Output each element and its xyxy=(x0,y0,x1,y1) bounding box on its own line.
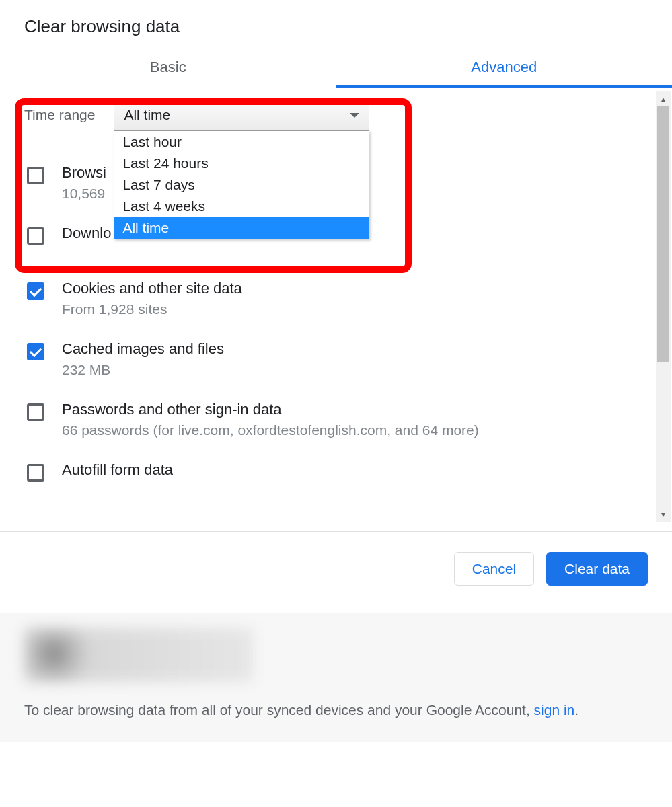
scroll-track[interactable] xyxy=(656,106,671,507)
item-text: Autofill form data 2 addresses, 892 othe… xyxy=(62,461,286,484)
time-range-option-last-24-hours[interactable]: Last 24 hours xyxy=(114,153,369,174)
cancel-button[interactable]: Cancel xyxy=(454,552,534,586)
checkbox-cookies[interactable] xyxy=(27,282,44,300)
dialog-title: Clear browsing data xyxy=(0,0,672,49)
checkbox-autofill[interactable] xyxy=(27,464,44,482)
clear-data-button[interactable]: Clear data xyxy=(546,552,648,586)
item-title: Cookies and other site data xyxy=(62,280,242,297)
sync-text-suffix: . xyxy=(574,702,578,718)
tabs: Basic Advanced xyxy=(0,49,672,87)
item-subtitle: 66 passwords (for live.com, oxfordtestof… xyxy=(62,422,479,438)
item-title: Autofill form data xyxy=(62,461,286,479)
item-autofill: Autofill form data 2 addresses, 892 othe… xyxy=(24,455,648,484)
time-range-row: Time range All time Last hour Last 24 ho… xyxy=(24,87,648,137)
checkbox-passwords[interactable] xyxy=(27,404,44,421)
sign-in-link[interactable]: sign in xyxy=(534,702,575,718)
scroll-up-arrow-icon[interactable]: ▴ xyxy=(656,91,671,106)
item-cookies: Cookies and other site data From 1,928 s… xyxy=(24,261,648,334)
scroll-down-arrow-icon[interactable]: ▾ xyxy=(656,507,671,522)
time-range-option-all-time[interactable]: All time xyxy=(114,217,369,239)
checkbox-browsing-history[interactable] xyxy=(27,167,44,184)
action-bar: Cancel Clear data xyxy=(0,532,672,613)
item-subtitle: From 1,928 sites xyxy=(62,301,242,317)
sync-text-prefix: To clear browsing data from all of your … xyxy=(24,702,534,718)
time-range-dropdown: Last hour Last 24 hours Last 7 days Last… xyxy=(114,130,369,239)
item-text: Cookies and other site data From 1,928 s… xyxy=(62,280,242,317)
time-range-selected-text: All time xyxy=(124,107,170,123)
item-title: Cached images and files xyxy=(62,340,224,358)
scrollbar[interactable]: ▴ ▾ xyxy=(656,91,671,522)
time-range-option-last-hour[interactable]: Last hour xyxy=(114,131,369,153)
time-range-select[interactable]: All time Last hour Last 24 hours Last 7 … xyxy=(114,100,369,130)
item-text: Downlo xyxy=(62,225,111,242)
content-scroll-area: Time range All time Last hour Last 24 ho… xyxy=(0,87,672,531)
item-title: Passwords and other sign-in data xyxy=(62,401,479,418)
item-subtitle: 10,569 xyxy=(62,186,106,202)
scroll-thumb[interactable] xyxy=(657,106,669,362)
item-text: Browsi 10,569 xyxy=(62,164,106,202)
checkbox-cached[interactable] xyxy=(27,343,44,360)
item-subtitle: 232 MB xyxy=(62,362,224,378)
item-text: Cached images and files 232 MB xyxy=(62,340,224,378)
time-range-selected[interactable]: All time xyxy=(114,100,369,130)
time-range-option-last-4-weeks[interactable]: Last 4 weeks xyxy=(114,196,369,217)
item-subtitle: 2 addresses, 892 other suggestions xyxy=(62,483,286,484)
account-info-blurred xyxy=(24,628,253,682)
item-cached: Cached images and files 232 MB xyxy=(24,334,648,394)
item-title: Downlo xyxy=(62,225,111,242)
time-range-label: Time range xyxy=(24,107,95,123)
account-section: To clear browsing data from all of your … xyxy=(0,613,672,742)
item-text: Passwords and other sign-in data 66 pass… xyxy=(62,401,479,438)
item-title: Browsi xyxy=(62,164,106,182)
sync-message: To clear browsing data from all of your … xyxy=(24,699,648,721)
item-passwords: Passwords and other sign-in data 66 pass… xyxy=(24,394,648,455)
content-wrap: Time range All time Last hour Last 24 ho… xyxy=(0,87,672,531)
time-range-option-last-7-days[interactable]: Last 7 days xyxy=(114,174,369,196)
tab-advanced[interactable]: Advanced xyxy=(336,49,673,87)
checkbox-download-history[interactable] xyxy=(27,227,44,245)
caret-down-icon xyxy=(350,113,359,118)
clear-browsing-data-dialog: Clear browsing data Basic Advanced Time … xyxy=(0,0,672,742)
tab-basic[interactable]: Basic xyxy=(0,49,336,87)
